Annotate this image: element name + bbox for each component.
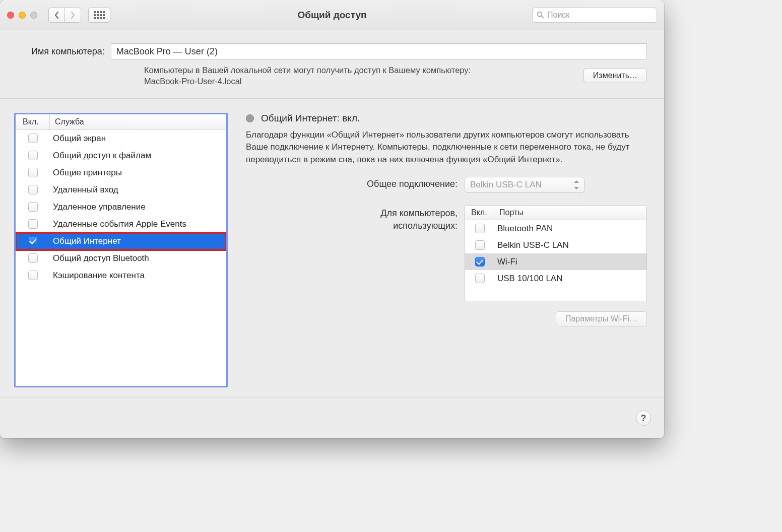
edit-hostname-button[interactable]: Изменить… xyxy=(583,68,647,83)
ports-label-line1: Для компьютеров, xyxy=(380,208,458,218)
service-checkbox[interactable] xyxy=(28,168,38,177)
service-row[interactable]: Удаленное управление xyxy=(16,198,226,216)
grid-icon xyxy=(94,11,105,19)
svg-rect-10 xyxy=(100,17,102,19)
service-checkbox[interactable] xyxy=(28,253,38,263)
service-row[interactable]: Общий доступ к файлам xyxy=(16,147,226,164)
service-row[interactable]: Удаленные события Apple Events xyxy=(16,216,226,233)
svg-rect-8 xyxy=(94,17,96,19)
service-row[interactable]: Удаленный вход xyxy=(16,181,226,198)
service-name: Удаленный вход xyxy=(50,185,226,195)
service-name: Общий Интернет xyxy=(50,236,226,246)
services-header-service: Служба xyxy=(50,114,226,129)
port-name: Bluetooth PAN xyxy=(494,224,646,234)
chevron-updown-icon xyxy=(573,180,579,189)
chevron-right-icon xyxy=(70,11,76,19)
search-field[interactable] xyxy=(532,8,657,23)
ports-header-on: Вкл. xyxy=(465,206,494,220)
status-row: Общий Интернет: вкл. xyxy=(246,113,647,124)
svg-rect-2 xyxy=(100,11,102,13)
port-checkbox[interactable] xyxy=(475,257,485,267)
service-checkbox[interactable] xyxy=(28,219,38,229)
service-name: Удаленное управление xyxy=(50,202,226,212)
svg-rect-4 xyxy=(94,14,96,16)
connection-label: Общее подключение: xyxy=(246,177,458,189)
wifi-options-button[interactable]: Параметры Wi-Fi… xyxy=(556,311,647,326)
help-button[interactable]: ? xyxy=(636,411,651,426)
chevron-left-icon xyxy=(54,11,59,19)
service-checkbox[interactable] xyxy=(28,151,38,160)
close-window-button[interactable] xyxy=(7,12,14,19)
service-checkbox[interactable] xyxy=(28,202,38,212)
search-icon xyxy=(537,11,544,19)
search-input[interactable] xyxy=(547,11,653,20)
ports-label: Для компьютеров, использующих: xyxy=(246,205,458,232)
svg-rect-7 xyxy=(103,14,105,16)
service-row[interactable]: Кэширование контента xyxy=(16,267,226,284)
main-content: Вкл. Служба Общий экранОбщий доступ к фа… xyxy=(0,99,664,398)
svg-rect-9 xyxy=(97,17,99,19)
service-row[interactable]: Общий экран xyxy=(16,130,226,147)
preferences-window: Общий доступ Имя компьютера: Компьютеры … xyxy=(0,0,664,438)
titlebar: Общий доступ xyxy=(0,0,664,30)
computer-name-section: Имя компьютера: Компьютеры в Вашей локал… xyxy=(0,30,664,99)
port-name: Belkin USB-C LAN xyxy=(494,240,646,250)
port-checkbox[interactable] xyxy=(475,274,485,283)
service-row[interactable]: Общий доступ Bluetooth xyxy=(16,250,226,267)
nav-buttons xyxy=(48,8,81,23)
service-name: Общий экран xyxy=(50,134,226,144)
ports-header-port: Порты xyxy=(494,206,646,220)
status-indicator-icon xyxy=(246,114,254,122)
service-checkbox[interactable] xyxy=(28,185,38,194)
port-row[interactable]: USB 10/100 LAN xyxy=(465,270,646,287)
show-all-button[interactable] xyxy=(88,8,110,23)
zoom-window-button[interactable] xyxy=(30,12,37,19)
service-name: Общий доступ Bluetooth xyxy=(50,253,226,263)
service-name: Общие принтеры xyxy=(50,168,226,178)
back-button[interactable] xyxy=(48,8,65,23)
svg-rect-0 xyxy=(94,11,96,13)
computer-name-label: Имя компьютера: xyxy=(31,46,105,57)
service-row[interactable]: Общий Интернет xyxy=(16,233,226,250)
port-checkbox[interactable] xyxy=(475,240,485,250)
port-checkbox[interactable] xyxy=(475,224,485,233)
connection-value: Belkin USB-C LAN xyxy=(470,180,542,190)
service-name: Кэширование контента xyxy=(50,271,226,281)
service-name: Удаленные события Apple Events xyxy=(50,219,226,229)
detail-pane: Общий Интернет: вкл. Благодаря функции «… xyxy=(246,113,647,387)
connection-select[interactable]: Belkin USB-C LAN xyxy=(465,177,584,193)
service-row[interactable]: Общие принтеры xyxy=(16,164,226,181)
ports-list[interactable]: Вкл. Порты Bluetooth PANBelkin USB-C LAN… xyxy=(465,205,647,301)
ports-label-line2: использующих: xyxy=(393,221,458,231)
svg-line-13 xyxy=(541,16,543,18)
port-row[interactable]: Wi-Fi xyxy=(465,253,646,270)
traffic-lights xyxy=(7,12,37,19)
services-header-on: Вкл. xyxy=(16,114,50,129)
svg-rect-11 xyxy=(103,17,105,19)
minimize-window-button[interactable] xyxy=(19,12,26,19)
ports-header: Вкл. Порты xyxy=(465,206,646,220)
service-checkbox[interactable] xyxy=(28,134,38,143)
service-description: Благодаря функции «Общий Интернет» польз… xyxy=(246,129,644,166)
service-name: Общий доступ к файлам xyxy=(50,151,226,161)
port-name: Wi-Fi xyxy=(494,257,646,267)
port-name: USB 10/100 LAN xyxy=(494,274,646,284)
computer-name-subtext: Компьютеры в Вашей локальной сети могут … xyxy=(144,64,497,87)
svg-rect-5 xyxy=(97,14,99,16)
services-header: Вкл. Служба xyxy=(16,114,226,130)
svg-rect-6 xyxy=(100,14,102,16)
forward-button[interactable] xyxy=(65,8,81,23)
svg-rect-3 xyxy=(103,11,105,13)
service-checkbox[interactable] xyxy=(28,271,38,280)
port-row[interactable]: Belkin USB-C LAN xyxy=(465,237,646,253)
port-row[interactable]: Bluetooth PAN xyxy=(465,220,646,237)
services-list[interactable]: Вкл. Служба Общий экранОбщий доступ к фа… xyxy=(14,113,228,387)
computer-name-input[interactable] xyxy=(111,43,647,59)
status-text: Общий Интернет: вкл. xyxy=(261,113,360,124)
svg-rect-1 xyxy=(97,11,99,13)
footer: ? xyxy=(0,398,664,438)
service-checkbox[interactable] xyxy=(28,236,38,246)
